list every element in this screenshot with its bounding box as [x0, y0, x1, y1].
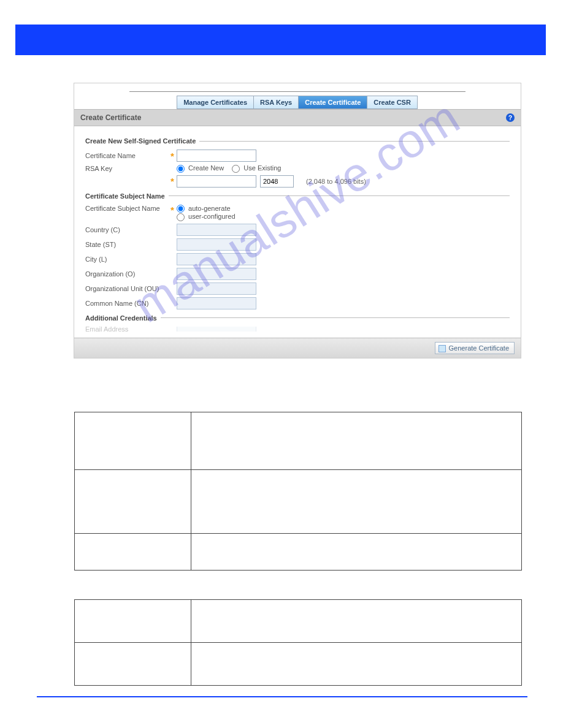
country-input[interactable] — [177, 224, 256, 236]
group-subject: Certificate Subject Name — [85, 192, 510, 200]
footer-bar: Generate Certificate — [74, 338, 521, 358]
label-city: City (L) — [85, 256, 168, 263]
tab-create-csr[interactable]: Create CSR — [367, 96, 418, 109]
label-ou: Organizational Unit (OU) — [85, 285, 168, 292]
radio-auto-generate-label: auto-generate — [188, 205, 231, 212]
label-subject-name: Certificate Subject Name — [85, 205, 168, 212]
divider — [169, 195, 510, 196]
label-country: Country (C) — [85, 226, 168, 233]
label-email: Email Address — [85, 327, 168, 332]
radio-create-new[interactable] — [177, 165, 185, 173]
label-rsa-key: RSA Key — [85, 165, 168, 172]
state-input[interactable] — [177, 238, 256, 251]
divider — [199, 141, 510, 142]
tab-rsa-keys[interactable]: RSA Keys — [253, 96, 299, 109]
divider — [161, 317, 510, 318]
group-additional: Additional Credentials — [85, 314, 510, 322]
label-cert-name: Certificate Name — [85, 152, 168, 159]
tab-row: Manage Certificates RSA Keys Create Cert… — [74, 92, 521, 109]
section-title: Create Certificate — [80, 113, 141, 122]
radio-use-existing-label: Use Existing — [243, 164, 281, 172]
info-table-2 — [74, 599, 522, 686]
label-state: State (ST) — [85, 241, 168, 248]
email-input[interactable] — [177, 327, 256, 332]
tab-create-certificate[interactable]: Create Certificate — [298, 96, 367, 109]
group-additional-label: Additional Credentials — [85, 314, 157, 322]
radio-use-existing-wrap[interactable]: Use Existing — [232, 164, 281, 172]
ou-input[interactable] — [177, 282, 256, 295]
radio-auto-generate[interactable] — [177, 205, 185, 213]
generate-certificate-button[interactable]: Generate Certificate — [435, 342, 515, 354]
radio-auto-generate-wrap[interactable]: auto-generate — [177, 205, 231, 212]
header-blue-band — [15, 25, 546, 55]
group-subject-label: Certificate Subject Name — [85, 192, 165, 200]
city-input[interactable] — [177, 253, 256, 265]
group-new-cert-label: Create New Self-Signed Certificate — [85, 137, 196, 145]
rsa-bits-input[interactable] — [260, 175, 294, 188]
footer-rule — [37, 696, 527, 697]
radio-create-new-wrap[interactable]: Create New — [177, 164, 226, 172]
radio-use-existing[interactable] — [232, 165, 240, 173]
tab-manage-certificates[interactable]: Manage Certificates — [177, 96, 254, 109]
radio-create-new-label: Create New — [188, 164, 224, 172]
cert-name-input[interactable] — [177, 150, 256, 162]
radio-user-configured-label: user-configured — [188, 213, 235, 220]
help-icon[interactable]: ? — [506, 113, 515, 122]
org-input[interactable] — [177, 268, 256, 280]
label-cn: Common Name (CN) — [85, 300, 168, 307]
certificate-app-frame: Manage Certificates RSA Keys Create Cert… — [74, 83, 521, 358]
radio-user-configured-wrap[interactable]: user-configured — [177, 213, 236, 220]
cn-input[interactable] — [177, 297, 256, 309]
bits-hint: (2,048 to 4,096 bits) — [306, 178, 366, 185]
group-new-cert: Create New Self-Signed Certificate — [85, 137, 510, 145]
rsa-name-input[interactable] — [177, 175, 256, 188]
radio-user-configured[interactable] — [177, 213, 185, 221]
required-star: * — [168, 176, 177, 186]
section-bar: Create Certificate ? — [74, 109, 521, 126]
required-star: * — [168, 205, 177, 215]
label-org: Organization (O) — [85, 270, 168, 278]
required-star: * — [168, 151, 177, 161]
top-rule — [129, 83, 465, 92]
form-content: Create New Self-Signed Certificate Certi… — [74, 126, 521, 338]
info-table-1 — [74, 412, 522, 571]
